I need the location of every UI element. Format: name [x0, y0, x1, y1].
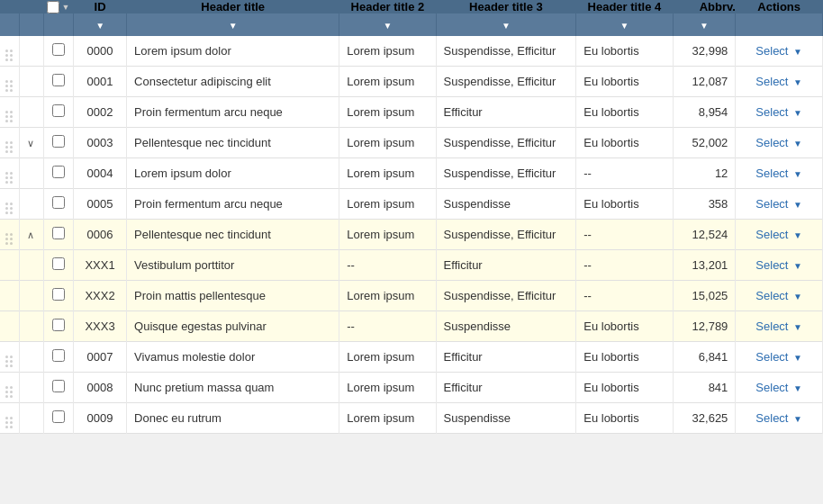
- id-cell: 0005: [74, 189, 127, 220]
- expand-cell[interactable]: ∧: [19, 220, 43, 250]
- filter-id[interactable]: ▼: [74, 14, 127, 36]
- title2-cell: --: [339, 311, 436, 342]
- select-button[interactable]: Select ▼: [755, 105, 802, 119]
- select-button[interactable]: Select ▼: [755, 44, 802, 58]
- select-button[interactable]: Select ▼: [755, 258, 802, 272]
- filter-abbrv[interactable]: ▼: [673, 14, 736, 36]
- select-button[interactable]: Select ▼: [755, 411, 802, 425]
- expand-icon[interactable]: ∨: [27, 138, 34, 149]
- row-checkbox[interactable]: [52, 319, 65, 331]
- title3-cell: Suspendisse, Efficitur: [436, 281, 576, 311]
- filter-title2[interactable]: ▼: [339, 14, 436, 36]
- drag-handle[interactable]: [5, 141, 13, 153]
- drag-cell: [0, 97, 19, 128]
- expand-icon[interactable]: ∧: [27, 230, 34, 241]
- title4-cell: Eu lobortis: [576, 403, 673, 434]
- expand-cell: [19, 250, 43, 281]
- th-actions: Actions: [736, 0, 823, 14]
- th-expand: [19, 0, 43, 14]
- title-cell: Nunc pretium massa quam: [127, 373, 339, 403]
- select-button[interactable]: Select ▼: [755, 289, 802, 302]
- checkbox-cell: [43, 158, 73, 189]
- abbrv-cell: 12,524: [673, 220, 736, 250]
- drag-handle[interactable]: [5, 202, 13, 214]
- drag-handle[interactable]: [5, 111, 13, 122]
- title-cell: Quisque egestas pulvinar: [127, 311, 339, 342]
- row-checkbox[interactable]: [52, 227, 65, 239]
- select-dropdown-icon: ▼: [793, 77, 802, 87]
- title-cell: Proin fermentum arcu neque: [127, 189, 339, 220]
- title3-cell: Suspendisse: [436, 311, 576, 342]
- th-drag: [0, 0, 19, 14]
- row-checkbox[interactable]: [52, 74, 65, 86]
- row-checkbox[interactable]: [52, 257, 65, 270]
- filter-drag: [0, 14, 19, 36]
- checkbox-cell: [43, 220, 73, 250]
- row-checkbox[interactable]: [52, 166, 65, 178]
- drag-handle[interactable]: [5, 417, 13, 428]
- filter-expand: [19, 14, 43, 36]
- filter-actions: [736, 14, 823, 36]
- row-checkbox[interactable]: [52, 135, 65, 148]
- row-checkbox[interactable]: [52, 288, 65, 301]
- row-checkbox[interactable]: [52, 410, 65, 423]
- filter-title[interactable]: ▼: [127, 14, 339, 36]
- select-button[interactable]: Select ▼: [755, 320, 802, 333]
- id-cell: XXX3: [74, 311, 127, 342]
- th-header-title4: Header title 4: [576, 0, 673, 14]
- drag-handle[interactable]: [5, 233, 13, 245]
- table-row: 0004 Lorem ipsum dolor Lorem ipsum Suspe…: [0, 158, 823, 189]
- drag-cell: [0, 342, 19, 373]
- drag-handle[interactable]: [5, 356, 13, 367]
- th-header-title: Header title: [127, 0, 339, 14]
- drag-handle[interactable]: [5, 50, 13, 61]
- row-checkbox[interactable]: [52, 104, 65, 117]
- title2-cell: Lorem ipsum: [339, 189, 436, 220]
- row-checkbox[interactable]: [52, 196, 65, 209]
- title2-cell: Lorem ipsum: [339, 220, 436, 250]
- title2-cell: Lorem ipsum: [339, 67, 436, 97]
- select-dropdown-icon: ▼: [793, 261, 802, 271]
- child-row: XXX1 Vestibulum porttitor -- Efficitur -…: [0, 250, 823, 281]
- expand-cell: [19, 373, 43, 403]
- select-dropdown-icon: ▼: [793, 353, 802, 363]
- filter-title3[interactable]: ▼: [436, 14, 576, 36]
- select-button[interactable]: Select ▼: [755, 381, 802, 394]
- filter-title-icon: ▼: [229, 21, 238, 31]
- select-button[interactable]: Select ▼: [755, 350, 802, 364]
- expand-cell[interactable]: ∨: [19, 128, 43, 158]
- row-checkbox[interactable]: [52, 43, 65, 56]
- expand-cell: [19, 311, 43, 342]
- row-checkbox[interactable]: [52, 349, 65, 362]
- child-row: XXX3 Quisque egestas pulvinar -- Suspend…: [0, 311, 823, 342]
- select-button[interactable]: Select ▼: [755, 197, 802, 211]
- title2-cell: --: [339, 250, 436, 281]
- select-button[interactable]: Select ▼: [755, 228, 802, 241]
- expand-cell: [19, 97, 43, 128]
- drag-handle[interactable]: [5, 80, 13, 92]
- select-button[interactable]: Select ▼: [755, 75, 802, 88]
- title3-cell: Suspendisse: [436, 189, 576, 220]
- checkbox-dropdown-icon[interactable]: ▼: [61, 3, 69, 12]
- table-row: 0005 Proin fermentum arcu neque Lorem ip…: [0, 189, 823, 220]
- expand-cell: [19, 281, 43, 311]
- id-cell: 0001: [74, 67, 127, 97]
- drag-handle[interactable]: [5, 386, 13, 398]
- select-all-checkbox[interactable]: [47, 1, 59, 14]
- title2-cell: Lorem ipsum: [339, 281, 436, 311]
- actions-cell: Select ▼: [736, 373, 823, 403]
- title3-cell: Efficitur: [436, 250, 576, 281]
- select-button[interactable]: Select ▼: [755, 136, 802, 149]
- row-checkbox[interactable]: [52, 380, 65, 392]
- actions-cell: Select ▼: [736, 158, 823, 189]
- title3-cell: Efficitur: [436, 373, 576, 403]
- drag-handle[interactable]: [5, 172, 13, 184]
- filter-title3-icon: ▼: [502, 21, 511, 31]
- id-cell: 0000: [74, 36, 127, 67]
- title2-cell: Lorem ipsum: [339, 158, 436, 189]
- select-button[interactable]: Select ▼: [755, 166, 802, 180]
- checkbox-cell: [43, 67, 73, 97]
- filter-title4[interactable]: ▼: [576, 14, 673, 36]
- select-dropdown-icon: ▼: [793, 322, 802, 332]
- child-row: XXX2 Proin mattis pellentesque Lorem ips…: [0, 281, 823, 311]
